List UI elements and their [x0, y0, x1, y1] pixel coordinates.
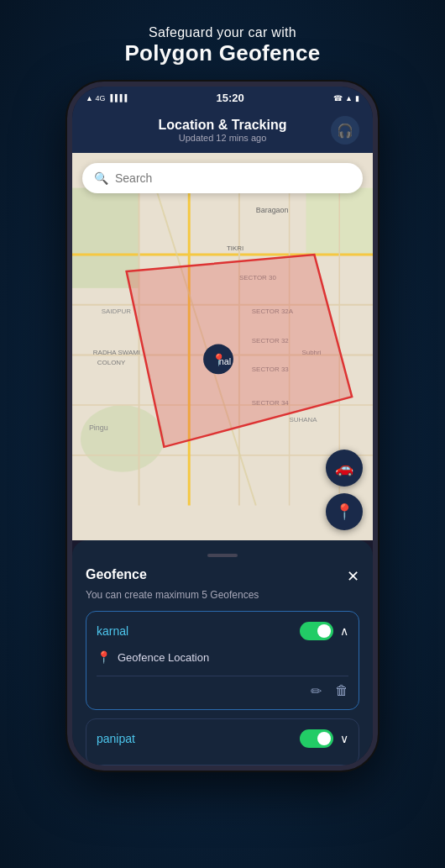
karnal-chevron[interactable]: ∧: [340, 624, 348, 638]
page-header: Safeguard your car with Polygon Geofence: [124, 25, 320, 66]
panel-title: Geofence: [86, 567, 147, 582]
edit-icon[interactable]: ✏: [311, 683, 322, 699]
svg-text:Pingu: Pingu: [89, 423, 108, 432]
panipat-toggle[interactable]: [300, 729, 333, 748]
svg-point-3: [81, 405, 164, 472]
status-bar-right: ☎ ▲ ▮: [333, 94, 359, 103]
geofence-name-panipat: panipat: [97, 732, 135, 745]
pin-location-button[interactable]: 📍: [326, 493, 363, 530]
search-input[interactable]: [115, 171, 351, 185]
geofence-controls: ∧: [300, 622, 348, 640]
map-container: Baragaon TIKRI SECTOR 30 SECTOR 32A SECT…: [72, 153, 373, 540]
app-title: Location & Tracking: [114, 118, 331, 133]
panipat-chevron[interactable]: ∨: [340, 732, 348, 745]
battery-icon: ▮: [355, 94, 359, 103]
svg-text:SAIDPUR: SAIDPUR: [102, 308, 132, 315]
wifi-icon: ▲: [345, 94, 353, 103]
geofence-location: 📍 Geofence Location: [97, 647, 348, 667]
signal-bars: ▐▐▐▐: [107, 94, 127, 102]
panipat-controls: ∨: [300, 729, 348, 748]
status-bar: ▲ 4G ▐▐▐▐ 15:20 ☎ ▲ ▮: [72, 87, 373, 109]
geofence-item-panipat-header: panipat ∨: [97, 729, 348, 748]
location-label: Geofence Location: [118, 651, 209, 664]
car-location-button[interactable]: 🚗: [326, 450, 363, 487]
karnal-toggle[interactable]: [300, 622, 333, 640]
svg-text:RADHA SWAMI: RADHA SWAMI: [93, 349, 140, 356]
svg-text:TIKRI: TIKRI: [227, 245, 243, 252]
header-subtitle: Safeguard your car with: [124, 25, 320, 40]
status-bar-left: ▲ 4G ▐▐▐▐: [86, 94, 127, 103]
location-icon: 📍: [97, 650, 111, 664]
pin-icon: 📍: [335, 502, 353, 521]
phone-frame: ▲ 4G ▐▐▐▐ 15:20 ☎ ▲ ▮ Location & Trackin…: [67, 82, 378, 771]
call-icon: ☎: [333, 94, 343, 103]
geofence-item-karnal: karnal ∧ 📍 Geofence Location ✏ 🗑: [86, 611, 359, 710]
car-icon: 🚗: [335, 459, 353, 477]
panel-handle: [207, 554, 238, 557]
signal-icon: ▲ 4G: [86, 94, 105, 103]
status-time: 15:20: [216, 92, 243, 104]
geofence-item-panipat: panipat ∨: [86, 718, 359, 765]
search-icon: 🔍: [94, 171, 108, 185]
geofence-name-karnal: karnal: [97, 624, 128, 638]
app-bar: Location & Tracking Updated 12 mins ago …: [72, 109, 373, 153]
svg-text:nal: nal: [219, 356, 232, 366]
app-subtitle: Updated 12 mins ago: [114, 133, 331, 143]
panel-header: Geofence ✕: [86, 567, 359, 586]
panel-description: You can create maximum 5 Geofences: [86, 589, 359, 601]
svg-text:Baragaon: Baragaon: [256, 206, 289, 214]
geofence-item-header: karnal ∧: [97, 622, 348, 640]
title-area: Location & Tracking Updated 12 mins ago: [114, 118, 331, 143]
svg-text:COLONY: COLONY: [97, 359, 126, 366]
headphone-icon: 🎧: [337, 123, 353, 139]
geofence-item-actions: ✏ 🗑: [97, 676, 348, 699]
close-button[interactable]: ✕: [347, 567, 359, 586]
headphone-button[interactable]: 🎧: [331, 116, 359, 145]
map-actions: 🚗 📍: [326, 450, 363, 530]
search-bar[interactable]: 🔍: [82, 163, 363, 193]
header-title: Polygon Geofence: [124, 40, 320, 66]
svg-text:SUHANA: SUHANA: [290, 416, 318, 423]
delete-icon[interactable]: 🗑: [335, 683, 348, 699]
geofence-panel: Geofence ✕ You can create maximum 5 Geof…: [72, 540, 373, 765]
